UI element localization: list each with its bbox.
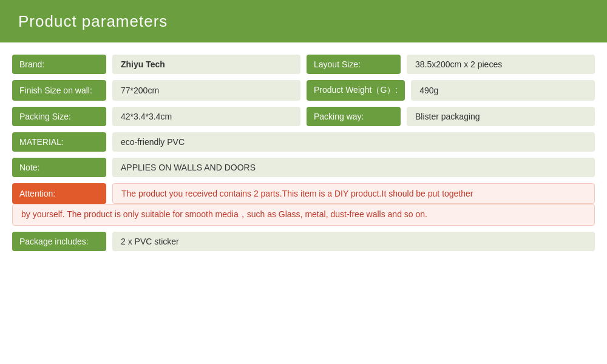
row-attention-1: Attention: The product you received cont… xyxy=(12,183,595,204)
attention-label: Attention: xyxy=(12,183,106,204)
packing-way-label: Packing way: xyxy=(307,107,401,126)
brand-value: Zhiyu Tech xyxy=(112,55,300,74)
finish-label: Finish Size on wall: xyxy=(12,80,106,101)
layout-pair: Layout Size: 38.5x200cm x 2 pieces xyxy=(307,55,595,74)
row-package: Package includes: 2 x PVC sticker xyxy=(12,232,595,251)
packing-size-pair: Packing Size: 42*3.4*3.4cm xyxy=(12,107,300,126)
brand-label: Brand: xyxy=(12,55,106,74)
packing-way-value: Blister packaging xyxy=(407,107,595,126)
row-note: Note: APPLIES ON WALLS AND DOORS xyxy=(12,158,595,177)
row-material: MATERIAL: eco-friendly PVC xyxy=(12,132,595,152)
row-finish-weight: Finish Size on wall: 77*200cm Product We… xyxy=(12,80,595,101)
attention-continuation: by yourself. The product is only suitabl… xyxy=(12,204,595,226)
package-label: Package includes: xyxy=(12,232,106,251)
package-value: 2 x PVC sticker xyxy=(112,232,595,251)
material-label: MATERIAL: xyxy=(12,132,106,152)
finish-pair: Finish Size on wall: 77*200cm xyxy=(12,80,300,101)
packing-size-value: 42*3.4*3.4cm xyxy=(112,107,300,126)
weight-value: 490g xyxy=(411,80,595,101)
page-header: Product parameters xyxy=(0,0,607,42)
row-packing: Packing Size: 42*3.4*3.4cm Packing way: … xyxy=(12,107,595,126)
attention-value-1: The product you received contains 2 part… xyxy=(112,183,595,204)
note-label: Note: xyxy=(12,158,106,177)
layout-label: Layout Size: xyxy=(307,55,401,74)
finish-value: 77*200cm xyxy=(112,80,300,101)
layout-value: 38.5x200cm x 2 pieces xyxy=(407,55,595,74)
packing-size-label: Packing Size: xyxy=(12,107,106,126)
weight-label: Product Weight（G）: xyxy=(307,80,405,101)
packing-way-pair: Packing way: Blister packaging xyxy=(307,107,595,126)
note-value: APPLIES ON WALLS AND DOORS xyxy=(112,158,595,177)
material-value: eco-friendly PVC xyxy=(112,132,595,152)
brand-pair: Brand: Zhiyu Tech xyxy=(12,55,300,74)
weight-pair: Product Weight（G）: 490g xyxy=(307,80,595,101)
row-brand-layout: Brand: Zhiyu Tech Layout Size: 38.5x200c… xyxy=(12,55,595,74)
page-title: Product parameters xyxy=(18,12,168,31)
content-area: Brand: Zhiyu Tech Layout Size: 38.5x200c… xyxy=(0,42,607,269)
